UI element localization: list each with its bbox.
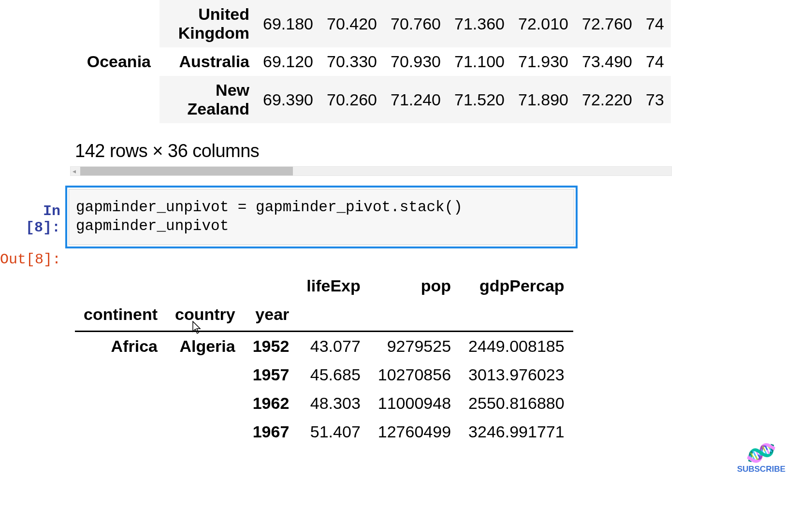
value-cell: 71.360 [448, 0, 511, 47]
column-header [166, 272, 244, 300]
index-header: continent [75, 300, 166, 332]
year-cell: 1967 [244, 418, 298, 446]
table-row: 195745.685102708563013.976023 [75, 361, 573, 389]
country-cell: New Zealand [160, 76, 256, 123]
index-header [298, 300, 369, 332]
value-cell: 70.930 [384, 47, 448, 76]
column-header [244, 272, 298, 300]
continent-cell [75, 389, 166, 418]
value-cell: 69.180 [256, 0, 320, 47]
year-cell: 1952 [244, 331, 298, 361]
value-cell: 69.390 [256, 76, 320, 123]
value-cell: 74 [639, 0, 671, 47]
code-container-selected[interactable]: gapminder_unpivot = gapminder_pivot.stac… [65, 186, 578, 248]
country-cell: Algeria [166, 331, 244, 361]
year-cell: 1957 [244, 361, 298, 389]
table-row: United Kingdom69.18070.42070.76071.36072… [75, 0, 671, 47]
scroll-left-arrow[interactable]: ◂ [72, 167, 76, 175]
value-cell: 70.760 [384, 0, 448, 47]
value-cell: 71.520 [448, 76, 511, 123]
lifeExp-cell: 43.077 [298, 331, 369, 361]
value-cell: 73 [639, 76, 671, 123]
index-header: year [244, 300, 298, 332]
year-cell: 1962 [244, 389, 298, 418]
lifeExp-cell: 48.303 [298, 389, 369, 418]
table-row: 196751.407127604993246.991771 [75, 418, 573, 446]
upper-dataframe-table: United Kingdom69.18070.42070.76071.36072… [75, 0, 671, 123]
gdpPercap-cell: 3013.976023 [460, 361, 573, 389]
value-cell: 72.220 [575, 76, 639, 123]
value-cell: 71.240 [384, 76, 448, 123]
country-cell [166, 389, 244, 418]
table-row: OceaniaAustralia69.12070.33070.93071.100… [75, 47, 671, 76]
column-header [75, 272, 166, 300]
value-cell: 71.930 [511, 47, 575, 76]
country-cell [166, 418, 244, 446]
output-prompt: Out[8]: [0, 248, 65, 268]
dataframe-dimensions: 142 rows × 36 columns [75, 141, 812, 161]
pop-cell: 9279525 [369, 331, 460, 361]
value-cell: 70.420 [320, 0, 384, 47]
continent-cell [75, 76, 160, 123]
scroll-thumb[interactable] [80, 167, 293, 175]
continent-cell: Oceania [75, 47, 160, 76]
country-cell: United Kingdom [160, 0, 256, 47]
pop-cell: 11000948 [369, 389, 460, 418]
value-cell: 71.100 [448, 47, 511, 76]
lifeExp-cell: 51.407 [298, 418, 369, 446]
column-header: pop [369, 272, 460, 300]
value-cell: 70.260 [320, 76, 384, 123]
value-cell: 70.330 [320, 47, 384, 76]
pop-cell: 10270856 [369, 361, 460, 389]
lifeExp-cell: 45.685 [298, 361, 369, 389]
lower-dataframe-table: lifeExppopgdpPercap continentcountryyear… [75, 272, 573, 446]
gdpPercap-cell: 3246.991771 [460, 418, 573, 446]
index-header: country [166, 300, 244, 332]
value-cell: 72.010 [511, 0, 575, 47]
value-cell: 73.490 [575, 47, 639, 76]
value-cell: 69.120 [256, 47, 320, 76]
gdpPercap-cell: 2449.008185 [460, 331, 573, 361]
continent-cell [75, 418, 166, 446]
column-header: gdpPercap [460, 272, 573, 300]
input-prompt: In [8]: [0, 186, 65, 248]
country-cell: Australia [160, 47, 256, 76]
value-cell: 74 [639, 47, 671, 76]
table-row: New Zealand69.39070.26071.24071.52071.89… [75, 76, 671, 123]
value-cell: 72.760 [575, 0, 639, 47]
continent-cell: Africa [75, 331, 166, 361]
continent-cell [75, 361, 166, 389]
code-editor[interactable]: gapminder_unpivot = gapminder_pivot.stac… [69, 189, 574, 245]
subscribe-badge[interactable]: 🧬 SUBSCRIBE [737, 442, 785, 474]
continent-cell [75, 0, 160, 47]
code-cell: In [8]: gapminder_unpivot = gapminder_pi… [0, 186, 812, 248]
table-row: AfricaAlgeria195243.07792795252449.00818… [75, 331, 573, 361]
notebook-output-area: United Kingdom69.18070.42070.76071.36072… [0, 0, 812, 446]
value-cell: 71.890 [511, 76, 575, 123]
gdpPercap-cell: 2550.816880 [460, 389, 573, 418]
country-cell [166, 361, 244, 389]
table-row: 196248.303110009482550.816880 [75, 389, 573, 418]
pop-cell: 12760499 [369, 418, 460, 446]
index-header [369, 300, 460, 332]
index-header [460, 300, 573, 332]
column-header: lifeExp [298, 272, 369, 300]
horizontal-scrollbar[interactable]: ◂ [70, 166, 672, 176]
